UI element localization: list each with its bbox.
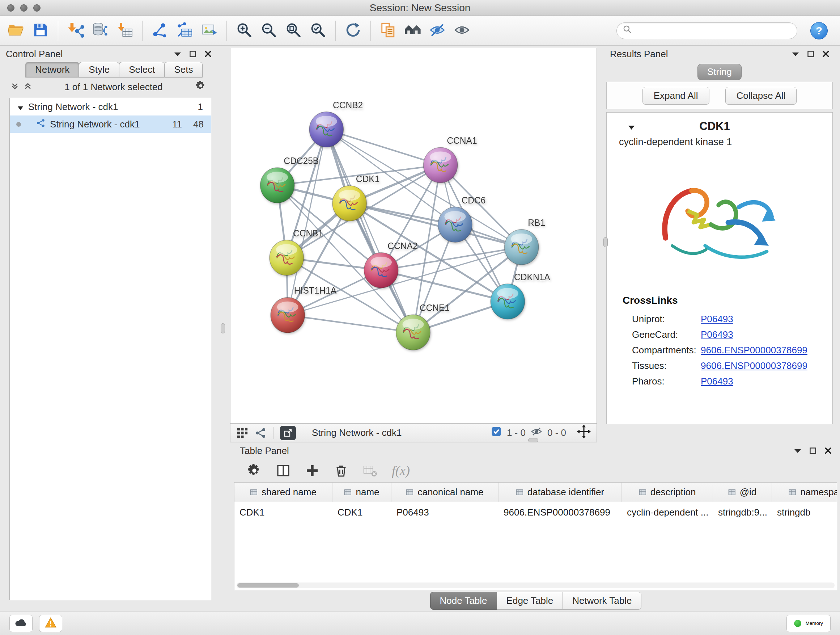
network-node-RB1[interactable]: RB1 — [505, 217, 546, 264]
collapse-panel-icon[interactable] — [794, 448, 801, 453]
column-header[interactable]: canonical name — [392, 483, 499, 502]
scrollbar-thumb[interactable] — [237, 583, 299, 587]
zoom-in-button[interactable] — [232, 19, 256, 43]
splitter-handle[interactable] — [221, 323, 225, 333]
delete-column-button[interactable] — [334, 463, 348, 478]
help-button[interactable]: ? — [810, 22, 828, 40]
float-panel-icon[interactable] — [807, 51, 814, 57]
network-node-CCNE1[interactable]: CCNE1 — [396, 302, 450, 350]
tab-style[interactable]: Style — [79, 62, 119, 78]
column-header[interactable]: name — [332, 483, 392, 502]
splitter-handle[interactable] — [603, 237, 608, 247]
add-column-button[interactable] — [305, 463, 319, 478]
copy-document-button[interactable] — [376, 19, 401, 43]
expander-icon[interactable] — [18, 101, 23, 112]
string-network-icon[interactable] — [255, 427, 267, 439]
birdseye-grid-icon[interactable] — [236, 427, 248, 439]
network-node-CDC6[interactable]: CDC6 — [438, 195, 486, 242]
close-window-button[interactable] — [7, 4, 14, 11]
crosslink-value[interactable]: P06493 — [701, 314, 733, 325]
search-box[interactable] — [616, 22, 797, 39]
delete-table-button[interactable] — [363, 463, 377, 478]
pan-crosshair-icon[interactable] — [577, 424, 591, 441]
collapse-panel-icon[interactable] — [174, 52, 181, 56]
network-node-CDK1[interactable]: CDK1 — [332, 173, 379, 221]
network-from-table-button[interactable] — [172, 19, 197, 43]
network-node-CCNB1[interactable]: CCNB1 — [270, 228, 323, 276]
splitter-handle[interactable] — [528, 438, 538, 442]
save-session-button[interactable] — [28, 19, 53, 43]
network-collection-row[interactable]: String Network - cdk1 1 — [10, 98, 211, 116]
close-panel-icon[interactable] — [823, 51, 829, 57]
float-panel-icon[interactable] — [189, 51, 196, 57]
memory-button[interactable]: Memory — [786, 615, 831, 632]
zoom-out-button[interactable] — [256, 19, 281, 43]
tab-network[interactable]: Network — [25, 62, 79, 78]
network-node-CCNB2[interactable]: CCNB2 — [309, 100, 363, 147]
tab-select[interactable]: Select — [119, 62, 164, 78]
export-image-button[interactable] — [197, 19, 221, 43]
collapse-all-button[interactable]: Collapse All — [725, 87, 797, 105]
crosslink-value[interactable]: 9606.ENSP00000378699 — [701, 360, 807, 371]
column-header[interactable]: shared name — [234, 483, 332, 502]
node-label: CDKN1A — [514, 272, 550, 282]
protein-name: CDK1 — [639, 120, 823, 133]
expander-icon[interactable] — [628, 121, 635, 132]
cloud-button[interactable] — [9, 615, 33, 632]
column-header[interactable]: @id — [713, 483, 772, 502]
import-table-button[interactable] — [112, 19, 137, 43]
open-session-button[interactable] — [4, 19, 28, 43]
minimize-window-button[interactable] — [20, 4, 27, 11]
table-cell: cyclin-dependent ... — [622, 502, 713, 523]
tab-network-table[interactable]: Network Table — [562, 592, 641, 610]
apply-layout-button[interactable] — [341, 19, 365, 43]
maximize-window-button[interactable] — [33, 4, 41, 11]
zoom-selected-button[interactable] — [306, 19, 330, 43]
expand-all-networks-icon[interactable] — [24, 81, 32, 93]
network-node-CDKN1A[interactable]: CDKN1A — [491, 272, 550, 319]
tab-node-table[interactable]: Node Table — [430, 592, 497, 610]
tab-edge-table[interactable]: Edge Table — [497, 592, 563, 610]
open-in-new-button[interactable] — [280, 426, 296, 440]
network-node-CCNA1[interactable]: CCNA1 — [424, 135, 477, 183]
network-node-HIST1H1A[interactable]: HIST1H1A — [271, 285, 337, 333]
collapse-all-networks-icon[interactable] — [11, 81, 19, 93]
show-hidden-button[interactable] — [450, 19, 474, 43]
network-row-selected[interactable]: String Network - cdk1 11 48 — [10, 116, 211, 133]
network-edge[interactable] — [287, 247, 522, 315]
table-settings-button[interactable] — [247, 463, 262, 478]
crosslink-value[interactable]: P06493 — [701, 329, 733, 340]
selected-checkbox-icon[interactable] — [491, 426, 502, 440]
function-builder-button[interactable]: f(x) — [392, 463, 410, 478]
import-network-file-button[interactable] — [63, 19, 88, 43]
show-columns-button[interactable] — [276, 463, 291, 478]
tab-sets[interactable]: Sets — [164, 62, 202, 78]
crosslink-value[interactable]: 9606.ENSP00000378699 — [701, 345, 807, 356]
close-panel-icon[interactable] — [205, 51, 211, 57]
table-row[interactable]: CDK1CDK1P064939606.ENSP00000378699cyclin… — [234, 502, 837, 523]
import-network-database-button[interactable] — [88, 19, 112, 43]
warnings-button[interactable] — [39, 615, 62, 632]
column-header[interactable]: database identifier — [499, 483, 622, 502]
new-network-button[interactable] — [148, 19, 172, 43]
table-horizontal-scrollbar[interactable] — [237, 583, 835, 588]
tab-string[interactable]: String — [698, 64, 742, 80]
crosslink-value[interactable]: P06493 — [701, 376, 733, 387]
column-header[interactable]: namespace — [772, 483, 837, 502]
close-panel-icon[interactable] — [825, 448, 831, 454]
zoom-fit-button[interactable] — [281, 19, 306, 43]
network-options-gear-icon[interactable] — [195, 80, 206, 94]
float-panel-icon[interactable] — [810, 448, 816, 454]
expand-all-button[interactable]: Expand All — [643, 87, 709, 105]
network-bullet-icon — [16, 122, 21, 127]
cloud-icon — [14, 618, 28, 629]
column-header[interactable]: description — [622, 483, 713, 502]
search-input[interactable] — [636, 25, 791, 36]
collapse-panel-icon[interactable] — [792, 52, 799, 56]
network-edge[interactable] — [287, 315, 413, 333]
network-edge[interactable] — [326, 129, 413, 333]
network-edge[interactable] — [326, 129, 440, 165]
show-all-views-button[interactable] — [401, 19, 425, 43]
hide-selected-button[interactable] — [425, 19, 450, 43]
network-canvas[interactable]: CCNB2CCNA1CDC25BCDK1CDC6RB1CCNB1CCNA2CDK… — [230, 48, 597, 424]
